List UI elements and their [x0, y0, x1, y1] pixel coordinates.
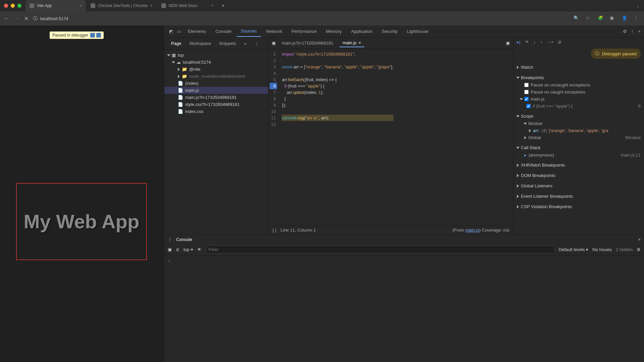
- clear-console-icon[interactable]: ⊘: [176, 247, 179, 252]
- step-button[interactable]: →•: [547, 40, 553, 45]
- console-menu-icon[interactable]: ⋮: [168, 237, 172, 242]
- debugger-paused-badge: ⓘ Debugger paused: [591, 49, 641, 59]
- section-xhr[interactable]: XHR/fetch Breakpoints: [517, 161, 641, 169]
- section-breakpoints[interactable]: Breakpoints: [517, 74, 641, 81]
- log-levels-selector[interactable]: Default levels ▾: [559, 247, 589, 252]
- tab-memory[interactable]: Memory: [322, 26, 346, 37]
- toggle-debugger-icon[interactable]: ▣: [506, 41, 510, 46]
- deactivate-breakpoints-button[interactable]: ⊘: [558, 40, 561, 45]
- step-out-button[interactable]: ↑: [540, 40, 543, 45]
- breakpoint-checkbox[interactable]: [526, 104, 531, 108]
- tab-title: Vite App: [37, 3, 52, 8]
- console-tab[interactable]: Console: [176, 237, 192, 242]
- tree-file[interactable]: 📄main.js: [164, 87, 268, 94]
- zoom-icon[interactable]: 🔍: [574, 15, 580, 21]
- tree-file[interactable]: 📄index.css: [164, 108, 268, 115]
- breakpoint-file-checkbox[interactable]: [524, 97, 529, 101]
- tab-console[interactable]: Console: [211, 26, 235, 37]
- section-csp[interactable]: CSP Violation Breakpoints: [517, 203, 641, 210]
- toggle-sidebar-icon[interactable]: ▣: [168, 247, 172, 252]
- extensions-icon[interactable]: 🧩: [598, 15, 604, 21]
- tree-file[interactable]: 📄style.css?t=1710504969181: [164, 101, 268, 108]
- tree-file[interactable]: 📄main.js?t=1710504969181: [164, 94, 268, 101]
- settings-icon[interactable]: ⚙: [623, 29, 627, 34]
- code-content[interactable]: import "/style.css?t=1710504969181"; con…: [278, 49, 396, 225]
- issues-link[interactable]: No Issues: [592, 247, 612, 252]
- tree-host[interactable]: ☁localhost:5174: [164, 59, 268, 66]
- menu-icon[interactable]: ⋮: [634, 15, 640, 21]
- scope-variable[interactable]: arr: (4) ['orange', 'banana', 'apple', '…: [517, 127, 641, 134]
- window-maximize[interactable]: [17, 4, 21, 8]
- line-gutter[interactable]: 12345 6 789101112: [268, 49, 278, 225]
- device-toolbar-icon[interactable]: ▭: [176, 27, 182, 35]
- section-event-listeners[interactable]: Event Listener Breakpoints: [517, 192, 641, 200]
- tab-application[interactable]: Application: [347, 26, 377, 37]
- navigator-menu-icon[interactable]: ⋮: [251, 40, 262, 47]
- navigator-tab-page[interactable]: Page: [168, 40, 184, 47]
- live-expression-icon[interactable]: 👁: [197, 247, 202, 252]
- breakpoint-marker[interactable]: 6: [270, 83, 277, 89]
- forward-button[interactable]: →: [14, 15, 19, 21]
- back-button[interactable]: ←: [4, 15, 9, 21]
- editor-tab[interactable]: main.js?t=1710504969181: [278, 39, 337, 47]
- section-dom[interactable]: DOM Breakpoints: [517, 172, 641, 179]
- section-global-listeners[interactable]: Global Listeners: [517, 182, 641, 190]
- resume-icon[interactable]: [90, 33, 95, 38]
- profile-icon[interactable]: 👤: [622, 15, 628, 21]
- scope-global[interactable]: GlobalWindow: [517, 134, 641, 141]
- step-over-button[interactable]: ↷: [525, 40, 529, 45]
- source-link[interactable]: main.js: [465, 228, 479, 233]
- new-tab-button[interactable]: +: [218, 3, 228, 9]
- window-minimize[interactable]: [11, 4, 15, 8]
- tab-performance[interactable]: Performance: [287, 26, 320, 37]
- navigator-tab-workspace[interactable]: Workspace: [186, 40, 214, 47]
- section-scope[interactable]: Scope: [517, 112, 641, 120]
- tab-network[interactable]: Network: [262, 26, 286, 37]
- more-icon[interactable]: ⋮: [630, 29, 635, 34]
- close-devtools-icon[interactable]: ×: [638, 29, 641, 34]
- search-tabs-icon[interactable]: ⌄: [636, 3, 640, 8]
- sidepanel-icon[interactable]: ▣: [610, 15, 616, 21]
- tree-file[interactable]: 📄(index): [164, 80, 268, 87]
- navigator-tab-snippets[interactable]: Snippets: [216, 40, 239, 47]
- url-text[interactable]: localhost:5174: [40, 16, 68, 21]
- tab-security[interactable]: Security: [378, 26, 401, 37]
- console-filter-input[interactable]: [206, 245, 555, 254]
- format-icon[interactable]: { }: [272, 228, 276, 233]
- close-drawer-icon[interactable]: ×: [638, 237, 641, 242]
- step-into-button[interactable]: ↓: [533, 40, 536, 45]
- folder-icon: 📁: [182, 74, 187, 79]
- tree-top[interactable]: ▦top: [164, 52, 268, 59]
- browser-tab-vite[interactable]: Vite App ×: [25, 0, 86, 11]
- tab-lighthouse[interactable]: Lighthouse: [403, 26, 432, 37]
- inspect-icon[interactable]: ◩: [168, 27, 174, 35]
- resume-button[interactable]: ▸|: [517, 40, 520, 45]
- step-over-icon[interactable]: [96, 33, 101, 38]
- scope-module[interactable]: Module: [517, 120, 641, 127]
- console-prompt[interactable]: ›: [168, 258, 170, 263]
- navigator-more-icon[interactable]: »: [241, 40, 250, 47]
- context-selector[interactable]: top ▾: [183, 247, 193, 252]
- pause-uncaught-checkbox[interactable]: [524, 83, 529, 87]
- browser-tab-devtools[interactable]: Chrome DevTools | Chrome ×: [87, 0, 157, 11]
- callstack-frame[interactable]: ▸ (anonymous) main.js:11: [517, 152, 641, 159]
- toggle-navigator-icon[interactable]: ▣: [272, 41, 276, 46]
- reload-button[interactable]: ✕: [24, 15, 29, 22]
- editor-tab[interactable]: main.js×: [339, 39, 365, 47]
- tree-node-modules[interactable]: 📁node_modules/vite/dist/client: [164, 73, 268, 80]
- site-info-icon[interactable]: ⓘ: [33, 15, 38, 21]
- section-callstack[interactable]: Call Stack: [517, 144, 641, 152]
- bookmark-icon[interactable]: ☆: [586, 15, 592, 21]
- pause-caught-checkbox[interactable]: [524, 90, 529, 94]
- console-settings-icon[interactable]: ⚙: [637, 247, 641, 252]
- tab-close-icon[interactable]: ×: [79, 3, 82, 8]
- tab-close-icon[interactable]: ×: [211, 3, 214, 8]
- tab-elements[interactable]: Elements: [184, 26, 210, 37]
- section-watch[interactable]: Watch: [517, 63, 641, 71]
- browser-tab-mdn[interactable]: MDN Web Docs ×: [157, 0, 218, 11]
- tab-close-icon[interactable]: ×: [150, 3, 153, 8]
- window-close[interactable]: [4, 4, 8, 8]
- tab-sources[interactable]: Sources: [237, 26, 261, 37]
- close-icon[interactable]: ×: [359, 40, 361, 45]
- tree-vite[interactable]: 📁@vite: [164, 66, 268, 73]
